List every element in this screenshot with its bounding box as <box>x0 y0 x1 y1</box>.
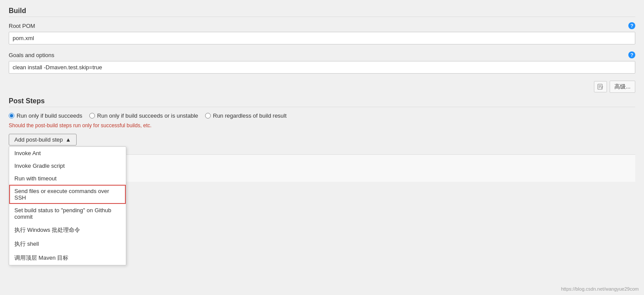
dropdown-item-3[interactable]: Run with timeout <box>9 172 126 185</box>
toolbar-edit-icon[interactable] <box>594 81 607 92</box>
post-steps-help-text: Should the post-build steps run only for… <box>9 122 635 129</box>
root-pom-group: Root POM ? <box>9 22 635 44</box>
root-pom-input[interactable] <box>9 32 635 44</box>
root-pom-help-icon[interactable]: ? <box>628 22 635 29</box>
post-steps-radio-group: Run only if build succeeds Run only if b… <box>9 112 635 119</box>
build-section: Build Root POM ? Goals and options ? <box>9 7 635 93</box>
radio-option-1[interactable]: Run only if build succeeds <box>9 112 82 119</box>
radio-input-1[interactable] <box>9 113 14 119</box>
advanced-button[interactable]: 高级... <box>610 81 635 93</box>
post-step-dropdown: Invoke Ant Invoke Gradle script Run with… <box>9 146 126 265</box>
dropdown-item-5[interactable]: Set build status to "pending" on Github … <box>9 204 126 223</box>
goals-help-icon[interactable]: ? <box>628 51 635 58</box>
post-steps-section: Post Steps Run only if build succeeds Ru… <box>9 97 635 146</box>
radio-option-3[interactable]: Run regardless of build result <box>205 112 287 119</box>
add-post-step-button[interactable]: Add post-build step ▲ <box>9 134 77 146</box>
dropdown-item-6[interactable]: 执行 Windows 批处理命令 <box>9 223 126 237</box>
add-post-step-label: Add post-build step <box>14 136 63 143</box>
goals-group: Goals and options ? <box>9 51 635 74</box>
post-steps-title: Post Steps <box>9 97 635 107</box>
dropdown-item-4[interactable]: Send files or execute commands over SSH <box>9 185 126 204</box>
build-toolbar: 高级... <box>9 81 635 93</box>
dropdown-item-1[interactable]: Invoke Ant <box>9 147 126 159</box>
goals-input[interactable] <box>9 61 635 74</box>
radio-label-2: Run only if build succeeds or is unstabl… <box>97 112 198 119</box>
dropdown-item-8[interactable]: 调用顶层 Maven 目标 <box>9 251 126 265</box>
goals-label: Goals and options <box>9 52 54 58</box>
dropdown-item-2[interactable]: Invoke Gradle script <box>9 159 126 172</box>
dropdown-arrow-icon: ▲ <box>65 136 71 143</box>
add-post-step-wrapper: Add post-build step ▲ Invoke Ant Invoke … <box>9 134 77 146</box>
build-section-title: Build <box>9 7 635 17</box>
radio-label-3: Run regardless of build result <box>213 112 287 119</box>
root-pom-label: Root POM <box>9 23 35 29</box>
radio-option-2[interactable]: Run only if build succeeds or is unstabl… <box>89 112 198 119</box>
radio-label-1: Run only if build succeeds <box>17 112 82 119</box>
dropdown-item-7[interactable]: 执行 shell <box>9 237 126 251</box>
watermark-text: https://blog.csdn.net/wangyue29com <box>561 286 639 292</box>
radio-input-2[interactable] <box>89 113 95 119</box>
radio-input-3[interactable] <box>205 113 211 119</box>
